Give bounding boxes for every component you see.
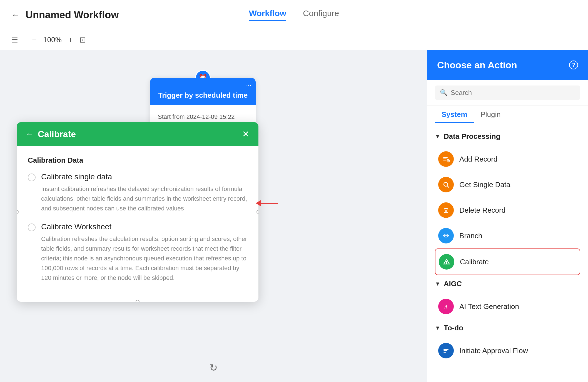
section-title-todo: To-do — [444, 324, 463, 332]
calibrate-modal-body: Calibration Data Calibrate single data I… — [17, 146, 258, 302]
section-toggle-data-processing[interactable]: ▼ — [435, 133, 440, 140]
calibrate-icon — [439, 254, 454, 270]
canvas-area: ⏰ ··· Trigger by scheduled time Start fr… — [0, 50, 427, 382]
panel-tabs: System Plugin — [427, 106, 588, 123]
svg-rect-2 — [443, 160, 446, 160]
calibrate-modal-title: Calibrate — [38, 129, 76, 139]
radio-single-content: Calibrate single data Instant calibratio… — [41, 172, 247, 213]
add-record-icon — [438, 151, 454, 167]
svg-rect-10 — [444, 209, 448, 213]
action-item-get-single-data[interactable]: Get Single Data — [435, 172, 580, 197]
delete-record-label: Delete Record — [459, 206, 505, 215]
action-item-delete-record[interactable]: Delete Record — [435, 197, 580, 223]
arrow-line — [261, 203, 278, 204]
refresh-button[interactable]: ↻ — [209, 362, 218, 374]
calibrate-modal: ← Calibrate ✕ Calibration Data Calibrate… — [17, 122, 258, 302]
trigger-node-header: ··· Trigger by scheduled time — [150, 78, 256, 105]
top-bar-left: ← Unnamed Workflow — [0, 9, 133, 21]
get-single-data-icon — [438, 177, 454, 192]
sidebar-toggle-button[interactable]: ☰ — [11, 35, 18, 44]
arrow-head — [256, 200, 261, 207]
svg-rect-1 — [443, 159, 447, 159]
right-panel: Choose an Action ? 🔍 System Plugin ▼ Dat… — [427, 50, 588, 382]
radio-worksheet-label: Calibrate Worksheet — [41, 222, 247, 231]
arrow-indicator — [256, 200, 278, 207]
calibrate-modal-header: ← Calibrate ✕ — [17, 122, 258, 146]
calibrate-label: Calibrate — [460, 258, 489, 266]
section-header-todo: ▼ To-do — [435, 324, 580, 332]
action-item-calibrate[interactable]: Calibrate — [435, 248, 580, 275]
toolbar-divider — [25, 35, 25, 45]
radio-option-worksheet[interactable]: Calibrate Worksheet Calibration refreshe… — [28, 222, 247, 283]
radio-single[interactable] — [28, 174, 36, 181]
trigger-node-title: Trigger by scheduled time — [158, 91, 248, 100]
radio-option-single[interactable]: Calibrate single data Instant calibratio… — [28, 172, 247, 213]
section-title-data-processing: Data Processing — [444, 132, 500, 141]
zoom-in-button[interactable]: + — [68, 36, 73, 44]
radio-single-desc: Instant calibration refreshes the delaye… — [41, 184, 247, 213]
branch-icon — [438, 228, 454, 243]
action-item-ai-text-generation[interactable]: A AI Text Generation — [435, 294, 580, 319]
resize-handle-bc[interactable] — [136, 300, 139, 302]
search-input[interactable] — [451, 89, 575, 97]
delete-record-icon — [438, 202, 454, 218]
fit-screen-button[interactable]: ⊡ — [79, 35, 86, 44]
svg-rect-18 — [444, 349, 449, 350]
section-header-aigc: ▼ AIGC — [435, 280, 580, 288]
panel-content: ▼ Data Processing Add Record — [427, 123, 588, 382]
right-panel-title: Choose an Action — [437, 60, 517, 71]
radio-worksheet-content: Calibrate Worksheet Calibration refreshe… — [41, 222, 247, 283]
action-item-initiate-approval-flow[interactable]: Initiate Approval Flow — [435, 338, 580, 363]
action-item-branch[interactable]: Branch — [435, 223, 580, 248]
section-title-aigc: AIGC — [444, 280, 462, 288]
zoom-level: 100% — [43, 36, 62, 44]
tab-plugin[interactable]: Plugin — [474, 106, 507, 123]
initiate-approval-flow-icon — [438, 343, 454, 358]
top-bar-tabs: Workflow Configure — [249, 9, 339, 21]
tab-configure[interactable]: Configure — [303, 9, 339, 21]
help-button[interactable]: ? — [569, 61, 578, 69]
svg-text:A: A — [444, 304, 448, 310]
ai-text-generation-label: AI Text Generation — [459, 302, 519, 311]
action-item-add-record[interactable]: Add Record — [435, 146, 580, 172]
resize-handle-r[interactable] — [256, 210, 258, 214]
zoom-out-button[interactable]: − — [32, 36, 36, 44]
tab-system[interactable]: System — [435, 106, 474, 123]
get-single-data-label: Get Single Data — [459, 180, 510, 189]
radio-worksheet[interactable] — [28, 223, 36, 231]
right-panel-header: Choose an Action ? — [427, 50, 588, 80]
branch-label: Branch — [459, 232, 482, 240]
ai-text-generation-icon: A — [438, 299, 454, 314]
svg-rect-20 — [444, 352, 446, 353]
calibrate-section-title: Calibration Data — [28, 156, 247, 165]
back-button[interactable]: ← — [11, 10, 20, 20]
initiate-approval-flow-label: Initiate Approval Flow — [459, 346, 528, 355]
trigger-start-from: Start from 2024-12-09 15:22 — [158, 112, 248, 122]
workflow-title: Unnamed Workflow — [26, 9, 119, 21]
radio-worksheet-desc: Calibration refreshes the calculation re… — [41, 234, 247, 283]
section-header-data-processing: ▼ Data Processing — [435, 132, 580, 141]
add-record-label: Add Record — [459, 155, 497, 164]
svg-rect-19 — [444, 350, 447, 351]
section-toggle-todo[interactable]: ▼ — [435, 325, 440, 331]
svg-rect-0 — [443, 157, 448, 158]
tab-workflow[interactable]: Workflow — [249, 9, 286, 21]
svg-rect-8 — [444, 208, 448, 208]
section-toggle-aigc[interactable]: ▼ — [435, 281, 440, 287]
top-bar: ← Unnamed Workflow Workflow Configure — [0, 0, 588, 30]
svg-line-7 — [447, 186, 449, 188]
toolbar: ☰ − 100% + ⊡ — [0, 30, 588, 50]
calibrate-back-button[interactable]: ← — [26, 130, 33, 139]
svg-point-16 — [446, 263, 447, 264]
calibrate-close-button[interactable]: ✕ — [242, 129, 250, 139]
trigger-node-menu[interactable]: ··· — [246, 82, 251, 89]
search-wrapper: 🔍 — [435, 86, 580, 100]
search-container: 🔍 — [427, 80, 588, 106]
main-area: ⏰ ··· Trigger by scheduled time Start fr… — [0, 50, 588, 382]
search-icon: 🔍 — [440, 89, 447, 96]
radio-single-label: Calibrate single data — [41, 172, 247, 181]
